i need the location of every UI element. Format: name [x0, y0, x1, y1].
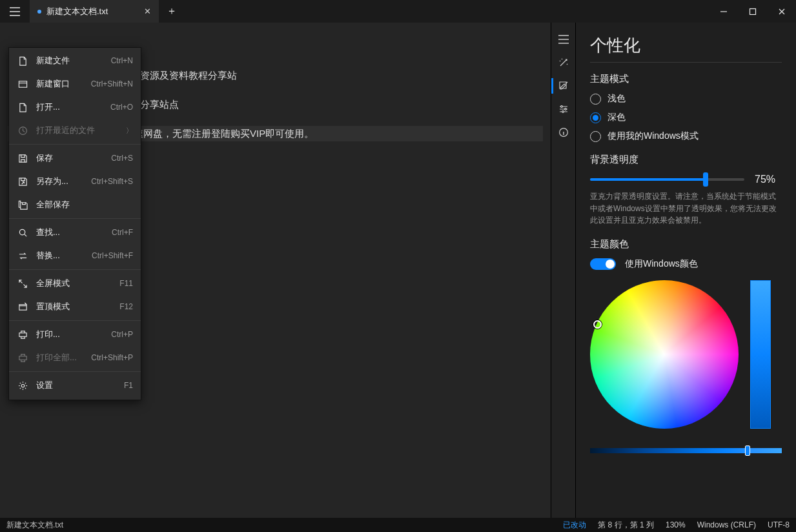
- status-eol[interactable]: Windows (CRLF): [697, 520, 756, 529]
- slider-thumb[interactable]: [703, 172, 708, 187]
- opacity-slider[interactable]: [590, 178, 744, 181]
- file-menu: 新建文件Ctrl+N新建窗口Ctrl+Shift+N打开...Ctrl+O打开最…: [8, 47, 141, 400]
- color-value-bar[interactable]: [750, 280, 771, 429]
- window-new-icon: [17, 79, 28, 89]
- hue-strip[interactable]: [590, 448, 782, 453]
- menu-item-label: 打开最近的文件: [36, 125, 95, 136]
- menu-item-recent: 打开最近的文件〉: [9, 119, 141, 142]
- menu-item-find[interactable]: 查找...Ctrl+F: [9, 221, 141, 244]
- new-tab-button[interactable]: ＋: [159, 0, 185, 23]
- svg-point-7: [21, 384, 25, 387]
- menu-item-saveas[interactable]: 另存为...Ctrl+Shift+S: [9, 170, 141, 193]
- menu-item-label: 全屏模式: [36, 278, 70, 289]
- menu-item-shortcut: Ctrl+Shift+S: [91, 177, 133, 186]
- status-cursor[interactable]: 第 8 行，第 1 列: [598, 520, 654, 531]
- theme-radio-1[interactable]: 深色: [590, 112, 782, 123]
- menu-item-label: 打印全部...: [36, 352, 77, 363]
- menu-item-file-new[interactable]: 新建文件Ctrl+N: [9, 49, 141, 72]
- menu-item-label: 替换...: [36, 250, 60, 261]
- menu-item-print[interactable]: 打印...Ctrl+P: [9, 323, 141, 346]
- menu-item-window-new[interactable]: 新建窗口Ctrl+Shift+N: [9, 72, 141, 96]
- fullscreen-icon: [17, 279, 28, 289]
- status-encoding[interactable]: UTF-8: [768, 520, 790, 529]
- theme-radio-0[interactable]: 浅色: [590, 93, 782, 105]
- theme-radio-2[interactable]: 使用我的Windows模式: [590, 130, 782, 142]
- editor-area[interactable]: 资源及资料教程分享站 分享站点 速网盘，无需注册登陆购买VIP即可使用。 新建文…: [0, 23, 551, 518]
- svg-rect-4: [19, 304, 26, 309]
- menu-separator: [9, 218, 141, 219]
- accent-section: 主题颜色 使用Windows颜色: [590, 238, 782, 464]
- status-zoom[interactable]: 130%: [666, 520, 686, 529]
- editor-line: 分享站点: [140, 97, 543, 113]
- opacity-value: 75%: [755, 174, 782, 185]
- menu-item-shortcut: Ctrl+O: [110, 103, 133, 112]
- menu-item-label: 置顶模式: [36, 301, 70, 312]
- color-wheel[interactable]: [590, 280, 739, 429]
- menu-item-shortcut: Ctrl+P: [111, 330, 133, 339]
- color-wheel-cursor[interactable]: [593, 320, 602, 329]
- document-tab[interactable]: 新建文本文档.txt ✕: [30, 0, 159, 23]
- menu-item-shortcut: Ctrl+Shift+P: [91, 353, 133, 362]
- radio-icon: [590, 131, 601, 142]
- menu-item-label: 保存: [36, 152, 53, 164]
- strip-edit-icon[interactable]: [551, 74, 576, 97]
- theme-label: 主题模式: [590, 73, 782, 85]
- status-modified[interactable]: 已改动: [563, 520, 586, 531]
- title-bar: 新建文本文档.txt ✕ ＋: [0, 0, 796, 23]
- settings-panel: 个性化 主题模式 浅色深色使用我的Windows模式 背景透明度 75% 亚克力…: [575, 23, 796, 518]
- svg-point-3: [19, 229, 25, 234]
- opacity-label: 背景透明度: [590, 154, 782, 166]
- tab-close-icon[interactable]: ✕: [143, 8, 151, 15]
- window-close-button[interactable]: [767, 0, 796, 23]
- menu-item-label: 打开...: [36, 101, 60, 113]
- menu-item-printall: 打印全部...Ctrl+Shift+P: [9, 346, 141, 369]
- window-minimize-button[interactable]: [709, 0, 738, 23]
- editor-line: 资源及资料教程分享站: [140, 68, 543, 84]
- menu-item-fullscreen[interactable]: 全屏模式F11: [9, 272, 141, 295]
- menu-item-replace[interactable]: 替换...Ctrl+Shift+F: [9, 244, 141, 267]
- submenu-chevron-icon: 〉: [126, 126, 133, 136]
- theme-section: 主题模式 浅色深色使用我的Windows模式: [590, 73, 782, 142]
- menu-item-label: 查找...: [36, 227, 60, 238]
- menu-item-shortcut: F1: [124, 381, 133, 390]
- svg-rect-6: [19, 356, 26, 360]
- menu-item-label: 新建文件: [36, 55, 70, 66]
- strip-magic-icon[interactable]: [551, 51, 576, 74]
- use-windows-color-toggle[interactable]: [590, 258, 616, 270]
- saveas-icon: [17, 177, 28, 187]
- menu-separator: [9, 144, 141, 145]
- menu-separator: [9, 269, 141, 270]
- strip-sliders-icon[interactable]: [551, 97, 576, 121]
- menu-item-ontop[interactable]: 置顶模式F12: [9, 295, 141, 318]
- hue-thumb[interactable]: [745, 445, 750, 456]
- radio-icon: [590, 112, 601, 123]
- accent-label: 主题颜色: [590, 238, 782, 251]
- window-maximize-button[interactable]: [738, 0, 767, 23]
- color-picker: [590, 280, 782, 429]
- menu-item-saveall[interactable]: 全部保存: [9, 193, 141, 216]
- menu-item-shortcut: Ctrl+F: [112, 228, 133, 237]
- menu-item-shortcut: Ctrl+S: [111, 154, 133, 163]
- menu-item-open[interactable]: 打开...Ctrl+O: [9, 96, 141, 119]
- strip-info-icon[interactable]: [551, 121, 576, 144]
- menu-item-save[interactable]: 保存Ctrl+S: [9, 147, 141, 170]
- open-icon: [17, 103, 28, 112]
- svg-rect-5: [19, 332, 26, 336]
- status-bar: 新建文本文档.txt 已改动 第 8 行，第 1 列 130% Windows …: [0, 518, 796, 532]
- menu-item-label: 打印...: [36, 329, 60, 340]
- opacity-section: 背景透明度 75% 亚克力背景透明度设置。请注意，当系统处于节能模式中或者Win…: [590, 154, 782, 227]
- toggle-label: 使用Windows颜色: [625, 258, 698, 270]
- print-icon: [17, 330, 28, 340]
- printall-icon: [17, 353, 28, 363]
- menu-item-shortcut: F12: [119, 302, 133, 311]
- hamburger-button[interactable]: [0, 0, 30, 23]
- radio-label: 深色: [607, 112, 626, 123]
- menu-separator: [9, 320, 141, 321]
- right-icon-strip: [551, 23, 575, 518]
- menu-item-settings[interactable]: 设置F1: [9, 374, 141, 397]
- radio-label: 使用我的Windows模式: [607, 130, 699, 142]
- strip-menu-icon[interactable]: [551, 28, 576, 51]
- radio-icon: [590, 94, 601, 105]
- menu-item-label: 另存为...: [36, 176, 68, 187]
- svg-rect-1: [19, 81, 26, 87]
